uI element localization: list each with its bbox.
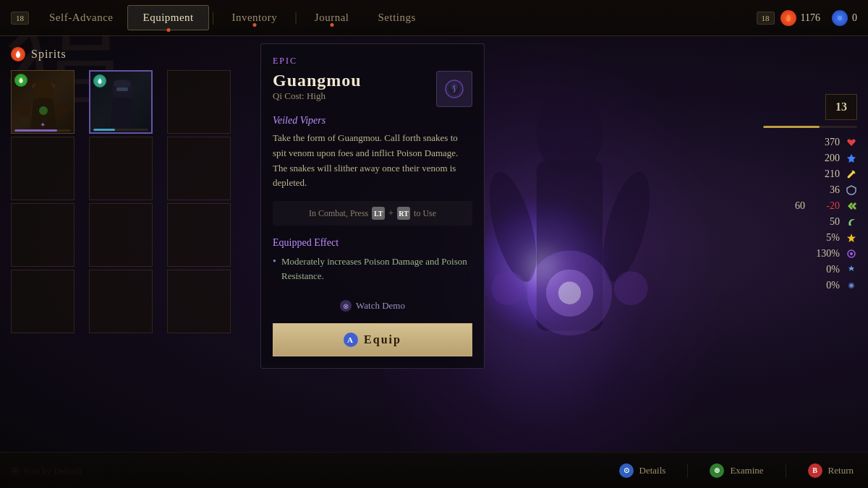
details-button-icon: ⊙ xyxy=(619,463,634,478)
spirits-title: Spirits xyxy=(31,48,67,61)
skill-description: Take the form of Guangmou. Call forth sn… xyxy=(273,131,472,191)
stat-row-defense: 36 xyxy=(763,184,857,196)
spirit-slot-12[interactable] xyxy=(167,270,231,333)
spirit-slot-7[interactable] xyxy=(11,203,75,267)
watch-demo-label: Watch Demo xyxy=(356,300,405,312)
tab-self-advance-label: Self-Advance xyxy=(49,12,113,23)
level-progress-fill xyxy=(763,126,820,128)
combat-button-2: RT xyxy=(397,207,410,220)
stat-mp-value: 200 xyxy=(811,153,840,164)
spirit-slot-2-progress-fill xyxy=(93,129,115,131)
spirit-slot-1-progress-fill xyxy=(14,129,57,132)
tab-self-advance[interactable]: Self-Advance xyxy=(35,6,127,30)
stat-row-9: 0% xyxy=(763,280,857,291)
equipped-effect-description: Moderately increases Poison Damage and P… xyxy=(273,254,472,283)
stat-agility-value: 50 xyxy=(811,216,840,228)
stat-speed-icon xyxy=(846,200,857,212)
stat-crit-value: 5% xyxy=(811,232,840,244)
stat-hp-icon xyxy=(846,137,857,148)
tab-equipment-label: Equipment xyxy=(142,12,193,23)
stat-hp-value: 370 xyxy=(811,137,840,148)
spirit-slot-9[interactable] xyxy=(167,203,231,267)
level-progress-bar xyxy=(763,126,857,128)
item-qi-cost: Qi Cost: High xyxy=(273,90,362,102)
spirit-slot-10[interactable] xyxy=(11,270,75,333)
stat-mp-icon xyxy=(846,153,857,164)
stat-defense-value: 36 xyxy=(811,184,840,196)
fire-currency-icon xyxy=(780,10,796,26)
combat-hint: In Combat, Press LT + RT to Use xyxy=(273,201,472,226)
details-label: Details xyxy=(639,465,666,476)
spirit-slot-1-progress-bar xyxy=(14,129,71,132)
spirit-slot-5[interactable] xyxy=(89,137,153,200)
spirits-grid-row1: ✦ xyxy=(11,70,242,200)
svg-rect-15 xyxy=(116,87,128,91)
stat-speed-penalty: -20 xyxy=(811,200,840,212)
svg-point-8 xyxy=(558,282,581,304)
spirit-slot-1[interactable]: ✦ xyxy=(11,70,75,134)
character-level-badge: 13 xyxy=(825,94,857,120)
qi-cost-value: High xyxy=(307,90,326,101)
bottom-divider-2 xyxy=(786,463,786,478)
stat-attack-icon xyxy=(846,168,857,180)
fire-currency-value: 1176 xyxy=(801,12,820,24)
tab-equipment[interactable]: Equipment xyxy=(127,5,208,30)
stat-defense-icon xyxy=(846,184,857,196)
examine-label: Examine xyxy=(730,465,763,476)
svg-rect-14 xyxy=(114,80,131,87)
left-panel: Spirits ✦ xyxy=(0,36,253,488)
watch-demo-button[interactable]: ⊗ Watch Demo xyxy=(273,294,472,317)
spirit-slot-3[interactable] xyxy=(167,70,231,134)
combat-hint-plus: + xyxy=(388,208,396,218)
stat-row-attack: 210 xyxy=(763,168,857,180)
tab-settings-label: Settings xyxy=(378,12,416,23)
bottom-action-bar: ⊙ Details ⊚ Examine B Return xyxy=(0,452,868,488)
tab-settings[interactable]: Settings xyxy=(364,6,430,30)
spirit-slot-2-progress-bar xyxy=(93,129,148,131)
stat-attack-value: 210 xyxy=(811,168,840,180)
stats-panel: 13 370 200 210 36 60 -20 xyxy=(763,94,857,296)
examine-action[interactable]: ⊚ Examine xyxy=(710,463,763,478)
tab-inventory[interactable]: Inventory xyxy=(217,6,292,30)
svg-marker-21 xyxy=(847,234,856,242)
journal-notification-dot xyxy=(330,23,333,27)
item-detail-panel: Epic Guangmou Qi Cost: High ⟆ Veiled Vip… xyxy=(260,43,485,369)
equip-button-badge: A xyxy=(344,333,358,347)
stat-9-value: 0% xyxy=(811,280,840,291)
stat-8-icon xyxy=(846,264,857,275)
stat-row-speed: 60 -20 xyxy=(763,200,857,212)
spirit-slot-6[interactable] xyxy=(167,137,231,200)
stat-spirit-icon xyxy=(846,248,857,260)
return-action[interactable]: B Return xyxy=(808,463,854,478)
details-action[interactable]: ⊙ Details xyxy=(619,463,666,478)
svg-point-12 xyxy=(39,106,48,115)
equip-button[interactable]: A Equip xyxy=(273,323,472,356)
svg-point-5 xyxy=(614,271,648,305)
stat-row-crit: 5% xyxy=(763,232,857,244)
nav-sep-2: | xyxy=(294,10,297,25)
inventory-notification-dot xyxy=(252,23,256,27)
currency-fire: 1176 xyxy=(780,10,820,26)
return-label: Return xyxy=(828,465,854,476)
tab-inventory-label: Inventory xyxy=(231,12,277,23)
tab-journal-label: Journal xyxy=(315,12,349,23)
tab-journal[interactable]: Journal xyxy=(300,6,364,30)
return-button-icon: B xyxy=(808,463,822,478)
level-badge-left: 18 xyxy=(11,12,29,25)
nav-tabs-container: Self-Advance Equipment | Inventory | Jou… xyxy=(35,5,757,30)
spirit-slot-11[interactable] xyxy=(89,270,153,333)
combat-hint-prefix: In Combat, Press xyxy=(309,208,368,218)
examine-button-icon: ⊚ xyxy=(710,463,724,478)
spirit-slot-4[interactable] xyxy=(11,137,75,200)
stat-row-8: 0% xyxy=(763,264,857,275)
spirit-silhouette xyxy=(470,57,669,435)
equipped-effect-title: Equipped Effect xyxy=(273,237,472,249)
spirit-slot-8[interactable] xyxy=(89,203,153,267)
stat-agility-icon xyxy=(846,216,857,228)
stat-row-hp: 370 xyxy=(763,137,857,148)
spirit-slot-2[interactable] xyxy=(89,70,153,134)
equip-button-label: Equip xyxy=(364,333,401,346)
spirits-section-icon xyxy=(11,47,25,61)
item-name: Guangmou xyxy=(273,71,362,90)
currency-spirit: 0 xyxy=(832,10,857,26)
